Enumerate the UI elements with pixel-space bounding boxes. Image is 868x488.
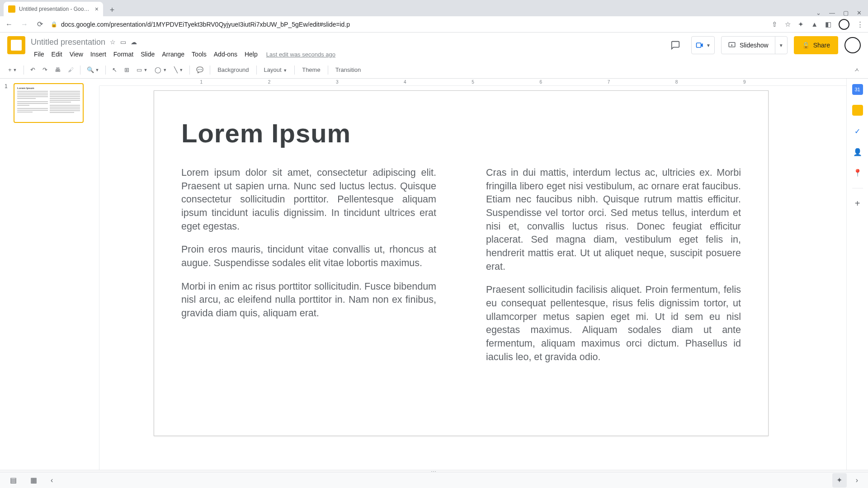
theme-button[interactable]: Theme <box>298 64 324 76</box>
get-addons-icon[interactable]: + <box>855 198 860 209</box>
comment-icon <box>670 40 680 50</box>
url-input[interactable]: 🔒 docs.google.com/presentation/d/1MYPDVE… <box>51 21 765 28</box>
cloud-status-icon[interactable]: ☁ <box>131 38 137 46</box>
collapse-filmstrip-icon[interactable]: ‹ <box>48 474 56 487</box>
chevron-down-icon[interactable]: ⌄ <box>816 9 821 16</box>
side-panel: 31 ✓ 👤 📍 + <box>846 79 868 470</box>
back-button[interactable]: ← <box>5 20 14 28</box>
thumb-title: Lorem Ipsum <box>17 87 80 89</box>
calendar-icon[interactable]: 31 <box>852 84 863 95</box>
menu-edit[interactable]: Edit <box>48 49 66 60</box>
slideshow-label: Slideshow <box>740 42 769 49</box>
new-tab-button[interactable]: + <box>106 4 118 16</box>
undo-button[interactable]: ↶ <box>28 64 38 76</box>
slide-title[interactable]: Lorem Ipsum <box>181 118 741 148</box>
move-icon[interactable]: ▭ <box>120 38 126 46</box>
grid-view-icon[interactable]: ▦ <box>28 473 40 487</box>
comments-button[interactable] <box>666 36 685 54</box>
slideshow-button-group: Slideshow ▼ <box>721 36 788 54</box>
slides-logo[interactable] <box>7 36 25 54</box>
profile-avatar[interactable] <box>839 19 849 30</box>
keep-icon[interactable] <box>852 105 863 116</box>
menu-addons[interactable]: Add-ons <box>211 49 241 60</box>
slideshow-dropdown[interactable]: ▼ <box>775 37 787 54</box>
slide-paragraph: Lorem ipsum dolor sit amet, consectetur … <box>181 166 436 233</box>
slide-canvas[interactable]: Lorem Ipsum Lorem ipsum dolor sit amet, … <box>154 90 769 436</box>
slide-number: 1 <box>5 83 11 123</box>
paint-format-button[interactable]: 🖌 <box>65 64 76 76</box>
last-edit-link[interactable]: Last edit was seconds ago <box>266 51 335 58</box>
collapse-toolbar-icon[interactable]: ㅅ <box>851 63 863 77</box>
url-text: docs.google.com/presentation/d/1MYPDVEiT… <box>61 21 350 28</box>
slide-col-left[interactable]: Lorem ipsum dolor sit amet, consectetur … <box>181 166 436 374</box>
vertical-ruler[interactable] <box>90 86 99 470</box>
slide-paragraph: Praesent sollicitudin facilisis aliquet.… <box>486 283 741 364</box>
slide-thumb-item: 1 Lorem Ipsum <box>5 83 86 123</box>
star-icon[interactable]: ☆ <box>110 38 116 46</box>
redo-button[interactable]: ↷ <box>40 64 50 76</box>
menu-view[interactable]: View <box>66 49 86 60</box>
filmstrip-view-icon[interactable]: ▤ <box>7 473 19 487</box>
image-tool[interactable]: ▭ ▼ <box>134 64 150 76</box>
menu-format[interactable]: Format <box>110 49 137 60</box>
slide-col-right[interactable]: Cras in dui mattis, interdum lectus ac, … <box>486 166 741 374</box>
document-title[interactable]: Untitled presentation <box>31 38 105 47</box>
zoom-button[interactable]: 🔍 ▼ <box>84 64 102 76</box>
tasks-icon[interactable]: ✓ <box>852 126 863 136</box>
svg-rect-0 <box>697 43 701 47</box>
close-window-icon[interactable]: ✕ <box>857 9 862 16</box>
app-header: Untitled presentation ☆ ▭ ☁ File Edit Vi… <box>0 33 868 60</box>
extensions-icon[interactable]: ✦ <box>798 20 804 28</box>
menu-insert[interactable]: Insert <box>87 49 109 60</box>
explore-button[interactable]: ✦ <box>832 473 847 488</box>
browser-menu-icon[interactable]: ⋮ <box>857 20 863 28</box>
layout-button[interactable]: Layout ▼ <box>260 64 291 76</box>
slideshow-button[interactable]: Slideshow <box>722 41 775 49</box>
menu-help[interactable]: Help <box>241 49 261 60</box>
slide-paragraph: Morbi in enim ac risus porttitor sollici… <box>181 280 436 320</box>
maps-icon[interactable]: 📍 <box>852 167 863 178</box>
minimize-icon[interactable]: — <box>829 9 835 16</box>
print-button[interactable]: 🖶 <box>52 64 63 76</box>
main-area: 1 Lorem Ipsum 1 2 3 4 5 6 7 8 9 <box>0 79 868 470</box>
menu-tools[interactable]: Tools <box>189 49 210 60</box>
transition-button[interactable]: Transition <box>332 64 365 76</box>
present-meet-icon <box>695 41 704 50</box>
window-controls: ⌄ — ▢ ✕ <box>816 9 868 16</box>
browser-tab[interactable]: Untitled presentation - Google S × <box>4 2 103 16</box>
share-page-icon[interactable]: ⇧ <box>772 20 778 28</box>
horizontal-ruler[interactable]: 1 2 3 4 5 6 7 8 9 <box>99 79 846 86</box>
new-slide-button[interactable]: + ▼ <box>5 64 20 76</box>
textbox-tool[interactable]: ⊞ <box>122 64 132 76</box>
contacts-icon[interactable]: 👤 <box>852 146 863 157</box>
reload-button[interactable]: ⟳ <box>35 20 44 28</box>
maximize-icon[interactable]: ▢ <box>843 9 849 16</box>
bottom-bar: ▤ ▦ ‹ ✦ › <box>0 472 868 488</box>
shape-tool[interactable]: ◯ ▼ <box>152 64 170 76</box>
hide-sidepanel-icon[interactable]: › <box>853 474 861 487</box>
comment-tool[interactable]: 💬 <box>193 64 206 76</box>
chevron-down-icon: ▼ <box>706 43 711 48</box>
extension-icon[interactable]: ▲ <box>811 20 818 28</box>
meet-button[interactable]: ▼ <box>691 36 715 54</box>
account-avatar[interactable] <box>844 37 861 53</box>
close-tab-icon[interactable]: × <box>95 5 99 13</box>
select-tool[interactable]: ↖ <box>109 64 120 76</box>
share-button[interactable]: 🔒 Share <box>794 36 838 54</box>
lock-icon: 🔒 <box>802 42 810 49</box>
address-bar: ← → ⟳ 🔒 docs.google.com/presentation/d/1… <box>0 16 868 33</box>
share-label: Share <box>813 42 830 49</box>
side-panel-icon[interactable]: ◧ <box>825 20 831 28</box>
slide-paragraph: Proin eros mauris, tincidunt vitae conva… <box>181 243 436 270</box>
menu-slide[interactable]: Slide <box>137 49 158 60</box>
slideshow-icon <box>728 41 736 49</box>
line-tool[interactable]: ╲ ▼ <box>171 64 186 76</box>
filmstrip: 1 Lorem Ipsum <box>0 79 90 470</box>
forward-button[interactable]: → <box>20 20 29 28</box>
background-button[interactable]: Background <box>214 64 252 76</box>
bookmark-icon[interactable]: ☆ <box>785 20 791 28</box>
slide-thumbnail[interactable]: Lorem Ipsum <box>14 83 84 123</box>
canvas-area: 1 2 3 4 5 6 7 8 9 Lorem Ipsum Lorem ipsu… <box>90 79 846 470</box>
menu-file[interactable]: File <box>31 49 47 60</box>
menu-arrange[interactable]: Arrange <box>159 49 188 60</box>
